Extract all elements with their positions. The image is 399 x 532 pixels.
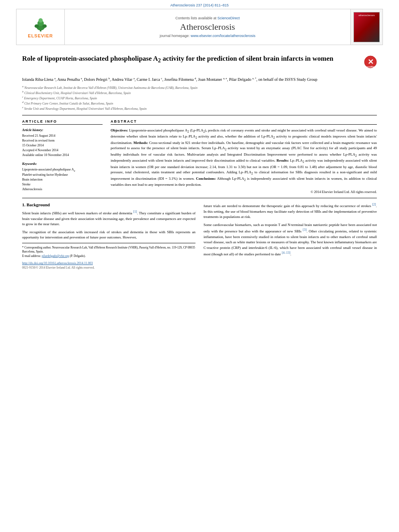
info-abstract-section: ARTICLE INFO Article history: Received 2… [22,119,377,194]
svg-point-5 [42,24,47,28]
corresponding-footnote: * Corresponding author. Neurovascular Re… [22,246,195,254]
background-para4: Some cardiovascular biomarkers, such as … [204,222,377,257]
available-online: Available online 10 November 2014 [22,153,103,158]
sciencedirect-link[interactable]: ScienceDirect [218,16,240,20]
elsevier-logo: ELSEVIER [28,16,53,38]
article-info-header: ARTICLE INFO [22,119,103,125]
affiliation-e: e Stroke Unit and Neurology Department, … [22,106,377,111]
ref-1: [1] [133,210,137,214]
copyright-line: © 2014 Elsevier Ireland Ltd. All rights … [111,190,377,194]
contents-line: Contents lists available at ScienceDirec… [175,16,240,20]
background-para2: The recognition of the association with … [22,230,195,240]
affiliations-section: a Neurovascular Research Lab, Institut d… [22,85,377,115]
background-section-title: 1. Background [22,202,195,207]
history-label: Article history: [22,128,103,132]
elsevier-tree-icon [31,16,51,32]
article-title-area: Role of lipoprotein-associated phospholi… [22,54,377,71]
keyword-5: Atherosclerosis [22,187,103,192]
journal-cover-thumbnail: atherosclerosis [354,12,380,42]
homepage-line: journal homepage: www.elsevier.com/locat… [160,34,255,38]
footnote-section: * Corresponding author. Neurovascular Re… [22,243,195,259]
abstract-column: ABSTRACT Objectives: Lipoprotein-associa… [111,119,377,194]
keyword-1: Lipoprotein-associated phospholipase A2 [22,167,103,173]
affiliation-c: c Emergency Department, CUAP Horta, Barc… [22,95,377,101]
elsevier-logo-area: ELSEVIER [16,9,65,45]
homepage-link[interactable]: www.elsevier.com/locate/atherosclerosis [191,34,255,38]
doi-link[interactable]: http://dx.doi.org/10.1016/j.atherosclero… [22,261,93,265]
received-2-label: Received in revised form [22,138,103,143]
section-divider [22,198,377,198]
article-history: Article history: Received 21 August 2014… [22,128,103,158]
background-para3: future trials are needed to demonstrate … [204,202,377,220]
body-col-left: 1. Background Silent brain infarcts (SBI… [22,202,195,269]
received-1: Received 21 August 2014 [22,134,103,138]
ref-3: [3] [303,228,306,232]
body-col-right: future trials are needed to demonstrate … [204,202,377,269]
article-info-column: ARTICLE INFO Article history: Received 2… [22,119,103,194]
accepted: Accepted 4 November 2014 [22,148,103,153]
keywords-label: Keywords: [22,162,103,166]
svg-text:CrossMark: CrossMark [365,66,376,68]
journal-header: ELSEVIER Contents lists available at Sci… [16,9,383,45]
ref-4-13: [4–13] [282,251,290,255]
main-content: Role of lipoprotein-associated phospholi… [0,45,399,274]
elsevier-wordmark: ELSEVIER [28,33,53,38]
authors-line: Iolanda Riba-Llena a, Anna Penalba a, Do… [22,76,377,82]
svg-text:✕: ✕ [368,58,374,66]
email-footnote: E-mail address: pilardelgado@vhir.org (P… [22,254,195,259]
journal-ref: Atherosclerosis 237 (2014) 811–815 [170,3,228,7]
affiliation-d: d Clot Primary Care Center, Institut Cat… [22,101,377,106]
abstract-text: Objectives: Lipoprotein-associated phosp… [111,128,377,188]
article-title: Role of lipoprotein-associated phospholi… [22,54,360,65]
svg-point-3 [38,18,43,23]
journal-header-center: Contents lists available at ScienceDirec… [65,9,350,45]
received-2-date: 15 October 2014 [22,143,103,148]
crossmark-icon: ✕ CrossMark [364,55,377,68]
doi-line: http://dx.doi.org/10.1016/j.atherosclero… [22,261,195,265]
body-two-col: 1. Background Silent brain infarcts (SBI… [22,202,377,269]
journal-top-bar: Atherosclerosis 237 (2014) 811–815 [0,0,399,9]
affiliation-b: b Clinical Biochemistry Unit, Hospital U… [22,90,377,95]
ref-2: [2] [372,203,376,206]
keyword-4: Stroke [22,182,103,187]
issn-line: 0021-9150/© 2014 Elsevier Ireland Ltd. A… [22,266,195,269]
abstract-header: ABSTRACT [111,119,377,125]
journal-name-display: Atherosclerosis [180,22,235,32]
keyword-3: Brain infarction [22,177,103,182]
affiliation-a: a Neurovascular Research Lab, Institut d… [22,85,377,90]
cover-title-text: atherosclerosis [358,14,374,17]
svg-point-4 [34,24,39,28]
journal-cover-area: atherosclerosis [350,9,383,45]
page-wrapper: Atherosclerosis 237 (2014) 811–815 ELSEV… [0,0,399,532]
keyword-2: Platelet-activating factor Hydrolase [22,173,103,177]
keywords-section: Keywords: Lipoprotein-associated phospho… [22,162,103,192]
background-para1: Silent brain infarcts (SBIs) are well kn… [22,210,195,227]
email-link[interactable]: pilardelgado@vhir.org [42,254,69,258]
